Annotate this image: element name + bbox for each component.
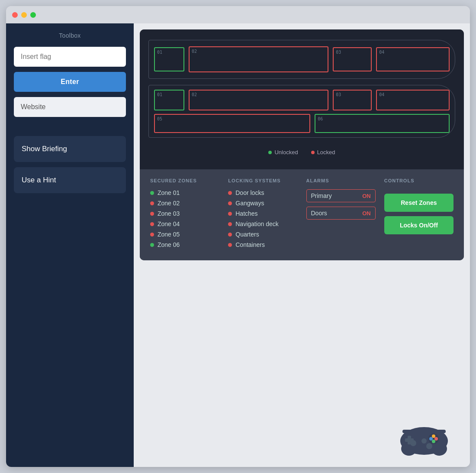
- zone-box-top-03[interactable]: 03: [333, 47, 372, 71]
- zone-box-top-02[interactable]: 02: [189, 46, 328, 72]
- use-hint-button[interactable]: Use a Hint: [14, 167, 126, 193]
- zone-05-label: Zone 05: [158, 231, 180, 238]
- legend: Unlocked Locked: [148, 144, 455, 162]
- info-panel: SECURED ZONES Zone 01 Zone 02 Zone 03: [140, 169, 464, 260]
- doors-alarm-item: Doors ON: [306, 207, 376, 220]
- zone-06-item: Zone 06: [150, 241, 219, 248]
- containers-item: Containers: [228, 241, 297, 248]
- website-button[interactable]: Website: [14, 97, 126, 117]
- zone-05-dot: [150, 233, 154, 236]
- zone-box-bot-01[interactable]: 01: [154, 90, 184, 110]
- quarters-dot: [228, 233, 232, 236]
- insert-flag-input[interactable]: [14, 47, 126, 67]
- minimize-button[interactable]: [21, 12, 27, 18]
- primary-alarm-badge[interactable]: Primary ON: [306, 189, 376, 202]
- main-panel: 01 02 03 04: [140, 29, 464, 260]
- zone-01-label: Zone 01: [158, 189, 180, 196]
- ship-diagram: 01 02 03 04: [140, 29, 464, 169]
- svg-rect-13: [402, 430, 415, 433]
- gamepad-area: [398, 419, 450, 460]
- primary-alarm-item: Primary ON: [306, 189, 376, 202]
- containers-label: Containers: [235, 241, 265, 248]
- primary-alarm-state: ON: [362, 193, 371, 199]
- doors-alarm-label: Doors: [311, 210, 327, 217]
- zone-box-bot-02[interactable]: 02: [189, 90, 328, 110]
- main-content: 01 02 03 04: [134, 23, 470, 467]
- gangways-dot: [228, 201, 232, 205]
- ship-top-shape: 01 02 03 04: [148, 40, 455, 79]
- svg-point-9: [432, 434, 435, 438]
- zone-box-bot-05[interactable]: 05: [154, 114, 310, 133]
- zone-box-bot-06[interactable]: 06: [315, 114, 450, 133]
- enter-button[interactable]: Enter: [14, 72, 126, 92]
- zone-03-label: Zone 03: [158, 210, 180, 217]
- svg-point-6: [432, 440, 435, 443]
- browser-window: Toolbox Enter Website Show Briefing Use …: [6, 6, 470, 467]
- locked-label: Locked: [317, 149, 335, 156]
- unlocked-legend: Unlocked: [268, 149, 298, 156]
- ship-bottom-shape: 01 02 03 04: [148, 85, 455, 138]
- zone-box-bot-04[interactable]: 04: [376, 90, 450, 110]
- svg-point-10: [421, 438, 427, 444]
- reset-zones-button[interactable]: Reset Zones: [384, 194, 453, 212]
- zone-02-label: Zone 02: [158, 200, 180, 207]
- zone-02-item: Zone 02: [150, 200, 219, 207]
- zone-box-top-01[interactable]: 01: [154, 47, 184, 71]
- toolbox-label: Toolbox: [14, 32, 126, 39]
- zone-06-dot: [150, 243, 154, 247]
- hatches-dot: [228, 212, 232, 216]
- door-locks-item: Door locks: [228, 189, 297, 196]
- primary-alarm-label: Primary: [311, 192, 332, 199]
- doors-alarm-badge[interactable]: Doors ON: [306, 207, 376, 220]
- zone-06-label: Zone 06: [158, 241, 180, 248]
- alarms-section: ALARMS Primary ON Doors ON: [306, 178, 376, 252]
- show-briefing-button[interactable]: Show Briefing: [14, 136, 126, 162]
- hatches-label: Hatches: [235, 210, 257, 217]
- maximize-button[interactable]: [30, 12, 36, 18]
- zone-02-dot: [150, 201, 154, 205]
- zone-01-item: Zone 01: [150, 189, 219, 196]
- gangways-item: Gangways: [228, 200, 297, 207]
- svg-point-8: [429, 437, 433, 441]
- locked-dot: [311, 151, 315, 154]
- door-locks-dot: [228, 191, 232, 195]
- alarms-title: ALARMS: [306, 178, 376, 183]
- ship-bottom-row: 01 02 03 04: [148, 85, 455, 138]
- svg-point-12: [426, 443, 432, 449]
- ship-bottom-row1: 01 02 03 04: [154, 90, 450, 110]
- zone-04-dot: [150, 222, 154, 226]
- ship-top-row: 01 02 03 04: [148, 40, 455, 79]
- zone-04-item: Zone 04: [150, 220, 219, 227]
- navigation-deck-dot: [228, 222, 232, 226]
- locked-legend: Locked: [311, 149, 335, 156]
- locks-onoff-button[interactable]: Locks On/Off: [384, 216, 453, 234]
- browser-body: Toolbox Enter Website Show Briefing Use …: [6, 23, 470, 467]
- browser-titlebar: [6, 6, 470, 23]
- navigation-deck-label: Navigation deck: [235, 220, 279, 227]
- zone-03-dot: [150, 212, 154, 216]
- svg-point-7: [434, 437, 438, 441]
- secured-zones-section: SECURED ZONES Zone 01 Zone 02 Zone 03: [150, 178, 219, 252]
- controls-title: CONTROLS: [384, 178, 453, 183]
- gamepad-icon: [398, 419, 450, 458]
- locking-systems-title: LOCKING SYSTEMS: [228, 178, 297, 183]
- svg-rect-14: [434, 430, 446, 433]
- ship-bottom-row2: 05 06: [154, 114, 450, 133]
- unlocked-label: Unlocked: [274, 149, 298, 156]
- svg-point-11: [410, 440, 416, 446]
- door-locks-label: Door locks: [235, 189, 264, 196]
- sidebar: Toolbox Enter Website Show Briefing Use …: [6, 23, 134, 467]
- zone-box-bot-03[interactable]: 03: [333, 90, 372, 110]
- containers-dot: [228, 243, 232, 247]
- zone-box-top-04[interactable]: 04: [376, 47, 450, 71]
- close-button[interactable]: [12, 12, 18, 18]
- unlocked-dot: [268, 151, 272, 154]
- zone-01-dot: [150, 191, 154, 195]
- navigation-deck-item: Navigation deck: [228, 220, 297, 227]
- hatches-item: Hatches: [228, 210, 297, 217]
- quarters-label: Quarters: [235, 231, 259, 238]
- zone-05-item: Zone 05: [150, 231, 219, 238]
- quarters-item: Quarters: [228, 231, 297, 238]
- gangways-label: Gangways: [235, 200, 264, 207]
- controls-section: CONTROLS Reset Zones Locks On/Off: [384, 178, 453, 252]
